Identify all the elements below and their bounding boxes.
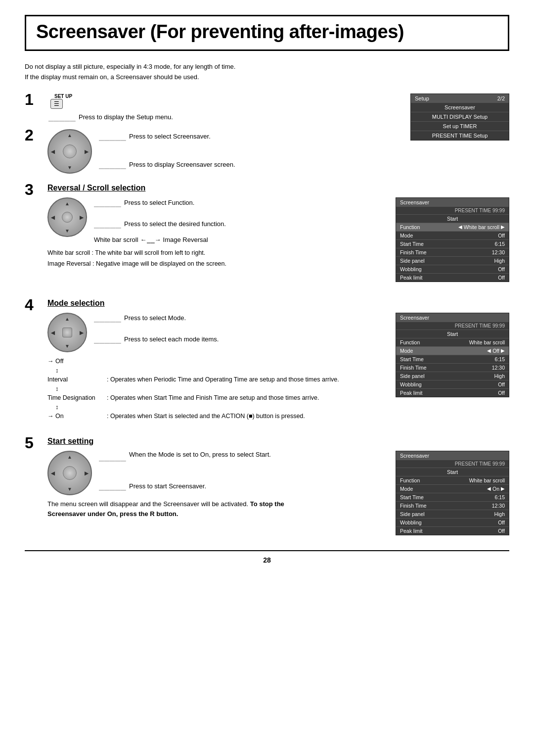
step-5-note-1: The menu screen will disappear and the S… bbox=[47, 500, 248, 508]
step-5-instructions: ▲ ▼ ◀ ▶ ⎯⎯⎯⎯⎯ When the Mode is set to On… bbox=[47, 451, 386, 495]
dpad-right: ▶ bbox=[85, 148, 89, 154]
sv-menu-3: Screensaver PRESENT TIME 99:99 Start Fun… bbox=[396, 197, 509, 282]
dpad3-down: ▼ bbox=[65, 228, 70, 234]
mode-interval-label: Interval bbox=[47, 375, 102, 384]
sv-function-value-3: White bar scroll bbox=[464, 224, 499, 230]
menu-item-multi-display: MULTI DISPLAY Setup bbox=[411, 112, 509, 122]
dpad5-right: ▶ bbox=[85, 470, 89, 475]
dpad3-center bbox=[62, 212, 73, 223]
step-1-row: 1 SET UP ☰ ⎯⎯⎯⎯⎯ Press to display the Se… bbox=[25, 94, 400, 122]
intro-line-2: If the display must remain on, a Screens… bbox=[25, 72, 509, 83]
sv-mode-value-4: Off bbox=[492, 348, 499, 354]
sv-label-5: Screensaver bbox=[400, 453, 429, 459]
sv-finishtime-label-4: Finish Time bbox=[400, 365, 427, 371]
sv-mode-label-4: Mode bbox=[400, 348, 413, 354]
sv-start-3: Start bbox=[396, 215, 509, 223]
step-2-text-2: Press to display Screensaver screen. bbox=[129, 161, 235, 168]
sv-starttime-label-4: Start Time bbox=[400, 356, 424, 362]
screensaver-menu-3: Screensaver PRESENT TIME 99:99 Start Fun… bbox=[396, 197, 509, 282]
sv-wobbling-label-4: Wobbling bbox=[400, 381, 422, 387]
sv-sidepanel-value-4: High bbox=[494, 373, 505, 379]
mode-timedesig-row: Time Designation : Operates when Start T… bbox=[47, 393, 386, 403]
sv-mode-value-5: On bbox=[492, 486, 499, 492]
sv-header-4: Screensaver bbox=[396, 313, 509, 322]
step-3-arrow-label: White bar scroll bbox=[94, 236, 138, 243]
page-number: 28 bbox=[25, 550, 509, 564]
sv-row-peaklimit-5: Peak limit Off bbox=[396, 527, 509, 535]
step-5-instr-1: ⎯⎯⎯⎯⎯ When the Mode is set to On, press … bbox=[99, 451, 271, 462]
mode-list: → Off ↕ Interval : Operates when Periodi… bbox=[47, 356, 386, 421]
step-4-instr-1: ⎯⎯⎯⎯⎯ Press to select Mode. bbox=[94, 313, 219, 323]
dpad3-left: ◀ bbox=[51, 214, 55, 220]
sv-starttime-value-5: 6:15 bbox=[495, 494, 505, 500]
step-3-text-1: Press to select Function. bbox=[124, 199, 194, 206]
step-3-layout: ▲ ▼ ◀ ▶ ⎯⎯⎯⎯⎯ Press to select Function. bbox=[47, 197, 509, 282]
dpad3-right: ▶ bbox=[80, 214, 84, 220]
mode-timedesig-desc: : Operates when Start Time and Finish Ti… bbox=[107, 393, 386, 403]
setup-label: SET UP bbox=[54, 94, 72, 99]
step-4-left: ▲ ▼ ◀ ▶ ⎯⎯⎯⎯⎯ Press to select Mode. bbox=[47, 313, 386, 422]
sv-finishtime-value-4: 12:30 bbox=[492, 365, 505, 371]
menu-header-label: Setup bbox=[415, 95, 429, 101]
sv-mode-label-5: Mode bbox=[400, 486, 413, 492]
sv-function-label-3: Function bbox=[400, 224, 420, 230]
screensaver-menu-4: Screensaver PRESENT TIME 99:99 Start Fun… bbox=[396, 313, 509, 422]
page-title-box: Screensaver (For preventing after-images… bbox=[25, 15, 509, 51]
setup-menu: Setup 2/2 Screensaver MULTI DISPLAY Setu… bbox=[410, 94, 509, 141]
step-2-number: 2 bbox=[25, 127, 43, 143]
step-5-note-bold-2: Screensaver under On, press the R button… bbox=[47, 509, 386, 520]
left-right-arrow-icon: ←⎯⎯→ bbox=[140, 236, 161, 243]
sv-row-starttime-3: Start Time 6:15 bbox=[396, 240, 509, 248]
sv-time-4: PRESENT TIME 99:99 bbox=[396, 322, 509, 330]
dpad4-right: ▶ bbox=[80, 330, 84, 335]
sv-mode-val-4: ◀ Off ▶ bbox=[487, 348, 505, 354]
step-5-title: Start setting bbox=[47, 437, 509, 446]
step-4-instructions: ▲ ▼ ◀ ▶ ⎯⎯⎯⎯⎯ Press to select Mode. bbox=[47, 313, 386, 352]
dpad5-center bbox=[63, 466, 77, 480]
sv-sidepanel-value-3: High bbox=[494, 258, 505, 264]
menu-header-page: 2/2 bbox=[497, 95, 505, 101]
step-2-instr-2: ⎯⎯⎯⎯⎯ Press to display Screensaver scree… bbox=[99, 159, 235, 170]
sv-row-starttime-5: Start Time 6:15 bbox=[396, 493, 509, 502]
sv-function-value-4: White bar scroll bbox=[469, 339, 505, 345]
sv-row-peaklimit-3: Peak limit Off bbox=[396, 274, 509, 282]
sv-arrow-right-3: ▶ bbox=[501, 224, 505, 230]
sv-row-mode-4: Mode ◀ Off ▶ bbox=[396, 347, 509, 355]
step-4-instr-2: ⎯⎯⎯⎯⎯ Press to select each mode items. bbox=[94, 334, 219, 344]
sv-mode-val-5: ◀ On ▶ bbox=[487, 486, 505, 492]
sv-finishtime-label-3: Finish Time bbox=[400, 249, 427, 255]
sv-time-3: PRESENT TIME 99:99 bbox=[396, 207, 509, 215]
step-3-number: 3 bbox=[25, 182, 43, 197]
sv-row-finishtime-3: Finish Time 12:30 bbox=[396, 248, 509, 257]
sv-label-3: Screensaver bbox=[400, 199, 429, 205]
step-4-text-1: Press to select Mode. bbox=[124, 314, 186, 322]
sv-function-label-4: Function bbox=[400, 339, 420, 345]
sv-sidepanel-label-3: Side panel bbox=[400, 258, 425, 264]
step-5-left: ▲ ▼ ◀ ▶ ⎯⎯⎯⎯⎯ When the Mode is set to On… bbox=[47, 451, 386, 535]
intro-line-1: Do not display a still picture, especial… bbox=[25, 62, 509, 72]
sv-starttime-label-3: Start Time bbox=[400, 241, 424, 247]
sv-wobbling-label-3: Wobbling bbox=[400, 266, 422, 272]
sv-header-3: Screensaver bbox=[396, 198, 509, 207]
sv-row-finishtime-4: Finish Time 12:30 bbox=[396, 364, 509, 372]
step-2-text-1: Press to select Screensaver. bbox=[129, 133, 211, 140]
step-4-number: 4 bbox=[25, 297, 43, 313]
sv-wobbling-value-3: Off bbox=[498, 266, 505, 272]
step-4-layout: ▲ ▼ ◀ ▶ ⎯⎯⎯⎯⎯ Press to select Mode. bbox=[47, 313, 509, 422]
dpad5-left: ◀ bbox=[51, 470, 55, 475]
sv-row-function-4: Function White bar scroll bbox=[396, 338, 509, 347]
sv-row-mode-5: Mode ◀ On ▶ bbox=[396, 485, 509, 493]
steps-1-2-area: 1 SET UP ☰ ⎯⎯⎯⎯⎯ Press to display the Se… bbox=[25, 94, 509, 174]
sv-finishtime-label-5: Finish Time bbox=[400, 503, 427, 509]
screensaver-menu-5: Screensaver PRESENT TIME 99:99 Start Fun… bbox=[396, 451, 509, 535]
sv-peaklimit-value-4: Off bbox=[498, 390, 505, 396]
sv-peaklimit-value-5: Off bbox=[498, 528, 505, 534]
step-3-arrow-row: White bar scroll ←⎯⎯→ Image Reversal bbox=[94, 236, 226, 243]
step-2-texts: ▲ ▼ ◀ ▶ ⎯⎯⎯⎯⎯ Press to select Screensave… bbox=[47, 129, 235, 174]
step-2-instructions: ⎯⎯⎯⎯⎯ Press to select Screensaver. ⎯⎯⎯⎯⎯… bbox=[99, 129, 235, 170]
step-4-texts: ⎯⎯⎯⎯⎯ Press to select Mode. ⎯⎯⎯⎯⎯ Press … bbox=[94, 313, 219, 344]
step-5-instr-2: ⎯⎯⎯⎯⎯ Press to start Screensaver. bbox=[99, 481, 271, 491]
sv-function-value-5: White bar scroll bbox=[469, 477, 505, 483]
mode-timedesig-arrow: ↕ bbox=[55, 404, 386, 411]
sv-sidepanel-label-4: Side panel bbox=[400, 373, 425, 379]
